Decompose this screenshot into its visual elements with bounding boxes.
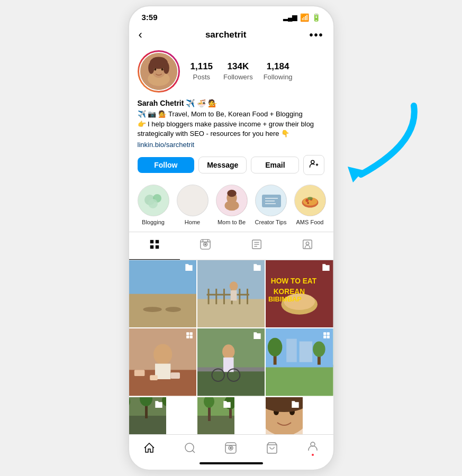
highlight-label-food: AMS Food — [296, 219, 324, 225]
phone-frame: 3:59 ▂▄▆ 📶 🔋 ‹ sarchetrit ••• — [128, 5, 334, 470]
following-count: 1,184 — [264, 61, 293, 72]
nav-search[interactable] — [184, 442, 196, 454]
grid-cell-3[interactable]: HOW TO EAT KOREAN BIBIMBAP — [266, 260, 333, 327]
posts-count: 1,115 — [191, 61, 213, 72]
highlight-creator[interactable]: Creator Tips — [255, 185, 287, 225]
svg-point-5 — [148, 62, 154, 74]
grid-cell-5[interactable] — [197, 328, 265, 396]
grid-cell-4[interactable] — [129, 328, 196, 396]
svg-point-6 — [163, 62, 169, 74]
svg-rect-81 — [134, 370, 144, 377]
reels-icon — [200, 239, 211, 253]
reel-indicator-5 — [253, 332, 261, 342]
grid-cell-7[interactable] — [129, 397, 166, 434]
message-button[interactable]: Message — [198, 157, 247, 173]
avatar-image — [140, 53, 177, 90]
svg-rect-63 — [239, 289, 240, 304]
highlight-label-creator: Creator Tips — [255, 219, 287, 225]
svg-rect-105 — [323, 332, 326, 335]
highlight-label-mom: Mom to Be — [218, 219, 246, 225]
grid-cell-9[interactable] — [266, 397, 303, 434]
svg-rect-103 — [286, 339, 297, 362]
back-button[interactable]: ‹ — [139, 28, 142, 42]
svg-rect-51 — [129, 291, 196, 328]
profile-dot — [312, 454, 314, 456]
following-label: Following — [264, 73, 293, 81]
highlight-blogging[interactable]: Blogging — [138, 185, 169, 225]
grid-icon — [149, 239, 160, 253]
tab-guide[interactable] — [231, 232, 283, 260]
add-person-button[interactable] — [303, 155, 324, 175]
svg-point-102 — [313, 342, 325, 357]
status-icons: ▂▄▆ 📶 🔋 — [283, 13, 321, 22]
status-bar: 3:59 ▂▄▆ 📶 🔋 — [129, 6, 333, 25]
tab-bar — [129, 232, 333, 260]
nav-shop[interactable] — [266, 442, 278, 454]
profile-section: 1,115 Posts 134K Followers 1,184 Followi… — [129, 46, 333, 149]
home-indicator — [200, 462, 263, 464]
grid-cell-8[interactable] — [197, 397, 234, 434]
home-bar — [129, 459, 333, 470]
wifi-icon: 📶 — [300, 13, 309, 22]
highlight-food[interactable]: AMS Food — [294, 185, 326, 225]
svg-point-30 — [305, 199, 309, 202]
svg-point-8 — [161, 68, 163, 71]
profile-top: 1,115 Posts 134K Followers 1,184 Followi… — [138, 50, 325, 93]
svg-rect-64 — [247, 289, 248, 304]
tab-tagged[interactable] — [282, 232, 333, 260]
more-button[interactable]: ••• — [309, 29, 323, 41]
signal-icon: ▂▄▆ — [283, 14, 297, 21]
avatar[interactable] — [138, 50, 180, 93]
nav-profile[interactable] — [306, 440, 319, 456]
highlight-circle-blogging — [138, 185, 169, 216]
bio-description: ✈️ 📷 💁 Travel, Mom to Be, Korean Food + … — [138, 109, 325, 139]
svg-rect-61 — [223, 289, 225, 304]
action-buttons: Follow Message Email — [138, 155, 325, 175]
reel-indicator-8 — [223, 400, 231, 410]
tab-reels[interactable] — [180, 232, 231, 260]
svg-rect-82 — [150, 375, 158, 380]
svg-point-91 — [222, 345, 235, 359]
tab-grid[interactable] — [129, 232, 180, 260]
email-button[interactable]: Email — [251, 157, 299, 173]
followers-label: Followers — [223, 73, 253, 81]
reel-indicator-2 — [253, 263, 261, 273]
svg-point-135 — [185, 443, 194, 452]
svg-rect-86 — [186, 336, 189, 338]
guide-icon — [251, 239, 262, 253]
grid-cell-6[interactable] — [266, 328, 333, 396]
svg-rect-119 — [197, 416, 234, 434]
svg-text:BIBIMBAP: BIBIMBAP — [268, 295, 302, 303]
follow-button[interactable]: Follow — [138, 157, 195, 173]
highlight-home[interactable]: Home — [177, 185, 209, 225]
svg-rect-26 — [265, 203, 276, 204]
svg-rect-34 — [150, 240, 153, 243]
media-indicator-4 — [186, 332, 193, 341]
highlight-circle-creator — [255, 185, 287, 216]
svg-point-139 — [230, 447, 232, 448]
svg-point-40 — [205, 244, 206, 245]
battery-icon: 🔋 — [312, 13, 321, 22]
svg-point-32 — [307, 202, 309, 204]
stat-followers[interactable]: 134K Followers — [223, 61, 253, 81]
svg-rect-92 — [223, 358, 234, 372]
nav-home[interactable] — [143, 442, 156, 454]
svg-rect-83 — [170, 373, 180, 379]
svg-rect-107 — [323, 336, 326, 338]
grid-cell-2[interactable] — [197, 260, 265, 327]
grid-cell-1[interactable] — [129, 260, 196, 327]
svg-rect-48 — [303, 240, 312, 249]
svg-rect-87 — [189, 336, 192, 338]
bottom-nav — [129, 434, 333, 459]
svg-point-49 — [306, 242, 310, 245]
svg-rect-65 — [206, 294, 249, 296]
stat-posts[interactable]: 1,115 Posts — [191, 61, 213, 81]
highlight-circle-mom — [216, 185, 248, 216]
svg-rect-59 — [207, 289, 209, 304]
stat-following[interactable]: 1,184 Following — [264, 61, 293, 81]
nav-reels[interactable] — [224, 442, 237, 454]
svg-point-16 — [177, 185, 209, 216]
bio-link[interactable]: linkin.bio/sarchetrit — [138, 141, 325, 149]
photo-grid: HOW TO EAT KOREAN BIBIMBAP — [129, 260, 333, 434]
highlight-mom[interactable]: Mom to Be — [216, 185, 248, 225]
